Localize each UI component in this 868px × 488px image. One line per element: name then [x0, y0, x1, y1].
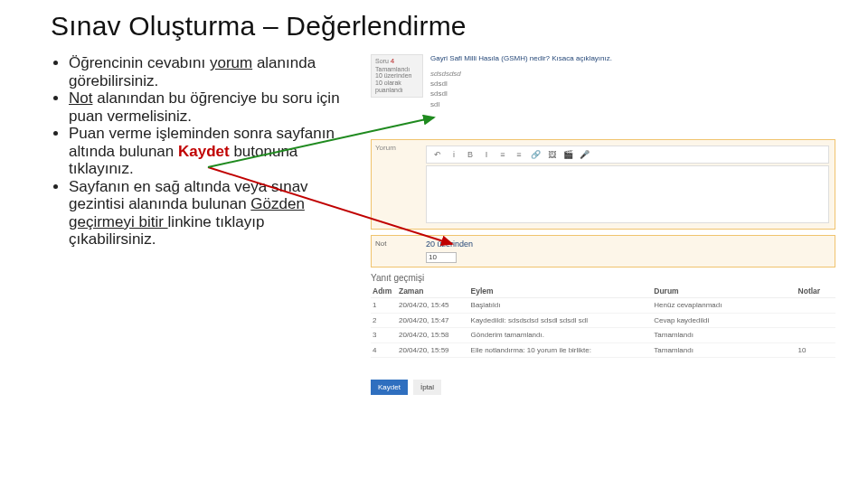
- undo-icon[interactable]: ↶: [432, 150, 443, 159]
- table-cell: 20/04/20, 15:45: [397, 298, 469, 314]
- table-cell: 4: [371, 343, 397, 358]
- table-cell: Henüz cevaplanmadı: [652, 298, 796, 314]
- table-cell: Gönderim tamamlandı.: [469, 328, 653, 343]
- question-status: Tamamlandı: [375, 66, 410, 72]
- answer-line-4: sdl: [430, 99, 461, 109]
- bullet-3-kaydet: Kaydet: [178, 143, 230, 160]
- th-adim: Adım: [371, 285, 397, 298]
- video-icon[interactable]: 🎬: [562, 150, 573, 159]
- grade-outof: 20 üzerinden: [426, 239, 473, 249]
- explanation-text: Öğrencinin cevabını yorum alanında göreb…: [51, 54, 349, 249]
- table-cell: 10: [797, 343, 835, 358]
- info-icon[interactable]: i: [448, 150, 459, 159]
- page-title: Sınav Oluşturma – Değerlendirme: [51, 11, 835, 42]
- answer-line-1: sdsdsdsd: [430, 69, 461, 79]
- bullet-1-a: Öğrencinin cevabını: [69, 54, 210, 71]
- answer-line-2: sdsdl: [430, 79, 461, 89]
- comment-textarea[interactable]: [426, 165, 829, 223]
- comment-label: Yorum: [375, 144, 396, 152]
- bold-icon[interactable]: B: [465, 150, 476, 159]
- question-nav-box: Soru 4 Tamamlandı 10 üzerinden 10 olarak…: [371, 54, 423, 98]
- question-number: 4: [391, 57, 394, 65]
- grade-row: Not 20 üzerinden 10: [371, 235, 835, 267]
- bullet-2: Not alanından bu öğrenciye bu soru için …: [69, 89, 349, 125]
- student-answer: sdsdsdsd sdsdl sdsdl sdl: [430, 69, 461, 109]
- question-label: Soru: [375, 58, 389, 64]
- table-cell: Cevap kaydedildi: [652, 313, 796, 328]
- table-cell: 1: [371, 298, 397, 314]
- editor-toolbar: ↶ i B I ≡ ≡ 🔗 🖼 🎬 🎤: [426, 145, 829, 164]
- table-cell: 2: [371, 313, 397, 328]
- th-notlar: Notlar: [797, 285, 835, 298]
- comment-box: Yorum ↶ i B I ≡ ≡ 🔗 🖼 🎬 🎤: [371, 139, 835, 230]
- table-cell: 20/04/20, 15:58: [397, 328, 469, 343]
- table-row: 320/04/20, 15:58Gönderim tamamlandı.Tama…: [371, 328, 835, 343]
- audio-icon[interactable]: 🎤: [579, 150, 590, 159]
- table-row: 220/04/20, 15:47Kaydedildi: sdsdsdsd sds…: [371, 313, 835, 328]
- table-row: 120/04/20, 15:45BaşlatıldıHenüz cevaplan…: [371, 298, 835, 314]
- table-cell: 20/04/20, 15:59: [397, 343, 469, 358]
- list-icon[interactable]: ≡: [497, 150, 508, 159]
- th-eylem: Eylem: [469, 285, 653, 298]
- history-table: Adım Zaman Eylem Durum Notlar 120/04/20,…: [371, 285, 835, 358]
- question-mark: 10 üzerinden 10 olarak puanlandı: [375, 72, 411, 92]
- question-text: Gayri Safi Milli Hasıla (GSMH) nedir? Kı…: [430, 54, 835, 62]
- table-cell: Elle notlandırma: 10 yorum ile birlikte:: [469, 343, 653, 358]
- table-cell: [797, 298, 835, 314]
- grade-input[interactable]: 10: [426, 252, 457, 263]
- bullet-1: Öğrencinin cevabını yorum alanında göreb…: [69, 54, 349, 89]
- bullet-3: Puan verme işleminden sonra sayfanın alt…: [69, 125, 349, 178]
- screenshot-panel: Soru 4 Tamamlandı 10 üzerinden 10 olarak…: [371, 54, 835, 249]
- table-cell: Tamamlandı: [652, 328, 796, 343]
- th-durum: Durum: [652, 285, 796, 298]
- grade-label: Not: [375, 239, 386, 248]
- table-cell: [797, 313, 835, 328]
- table-cell: 3: [371, 328, 397, 343]
- table-cell: Başlatıldı: [469, 298, 653, 314]
- list2-icon[interactable]: ≡: [514, 150, 524, 159]
- table-cell: Tamamlandı: [652, 343, 796, 358]
- th-zaman: Zaman: [397, 285, 469, 298]
- bullet-1-yorum: yorum: [210, 54, 252, 71]
- table-cell: [797, 328, 835, 343]
- bullet-2-b: alanından bu öğrenciye bu soru için puan…: [69, 89, 340, 125]
- table-row: 420/04/20, 15:59Elle notlandırma: 10 yor…: [371, 343, 835, 358]
- save-button[interactable]: Kaydet: [371, 380, 408, 395]
- table-cell: Kaydedildi: sdsdsdsd sdsdl sdsdl sdl: [469, 313, 653, 328]
- link-icon[interactable]: 🔗: [530, 150, 541, 159]
- response-history: Yanıt geçmişi Adım Zaman Eylem Durum Not…: [371, 273, 835, 358]
- image-icon[interactable]: 🖼: [546, 150, 557, 159]
- cancel-button[interactable]: İptal: [413, 380, 441, 395]
- italic-icon[interactable]: I: [481, 150, 492, 159]
- history-title: Yanıt geçmişi: [371, 273, 835, 283]
- answer-line-3: sdsdl: [430, 89, 461, 99]
- table-cell: 20/04/20, 15:47: [397, 313, 469, 328]
- bullet-4: Sayfanın en sağ altında veya sınav gezin…: [69, 178, 349, 249]
- bullet-2-not: Not: [69, 89, 92, 107]
